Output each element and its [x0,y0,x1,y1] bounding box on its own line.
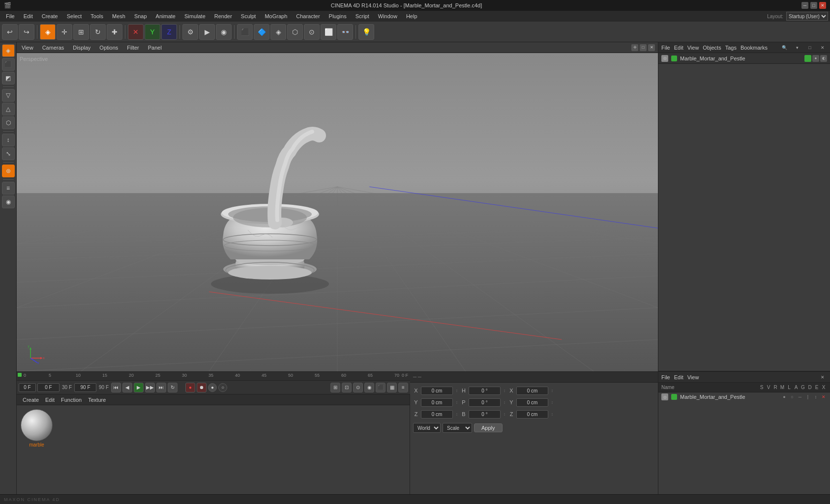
undo-button[interactable]: ↩ [2,24,18,40]
minimize-button[interactable]: ─ [801,2,808,9]
viewport-menu-panel[interactable]: Panel [146,44,164,52]
attr-menu-file[interactable]: File [661,374,670,380]
menu-animate[interactable]: Animate [152,12,179,20]
viewport-menu-view[interactable]: View [20,44,35,52]
viewport-menu-display[interactable]: Display [71,44,92,52]
current-frame-input[interactable] [19,383,36,392]
transport-1[interactable]: ⊞ [330,383,340,392]
loop-button[interactable]: ↻ [168,383,178,392]
transport-3[interactable]: ⊙ [353,383,363,392]
mat-menu-function[interactable]: Function [58,396,85,404]
menu-tools[interactable]: Tools [87,12,107,20]
light-button[interactable]: 💡 [358,24,374,40]
objmgr-menu-edit[interactable]: Edit [674,45,683,51]
mat-menu-edit[interactable]: Edit [42,396,58,404]
redo-button[interactable]: ↪ [19,24,34,40]
move-tool-button[interactable]: ✛ [57,24,72,40]
sculpt-button[interactable]: ⊛ [2,165,15,177]
transport-2[interactable]: ⊡ [342,383,352,392]
key-btn-1[interactable]: ● [208,383,217,392]
b-rotation-input[interactable] [469,410,501,419]
glasses-button[interactable]: 👓 [337,24,353,40]
viewport-menu-filter[interactable]: Filter [125,44,141,52]
key-btn-2[interactable]: ○ [218,383,227,392]
menu-mograph[interactable]: MoGraph [261,12,291,20]
objmgr-search-btn[interactable]: 🔍 [780,43,789,52]
sx-scale-input[interactable] [516,387,548,395]
layers-button[interactable]: ≡ [2,182,15,195]
transport-5[interactable]: ⬛ [376,383,385,392]
sz-scale-input[interactable] [516,410,548,419]
attr-object-row[interactable]: ◎ Marble_Mortar_and_Pestle ● ○ ─ | ↕ ✕ [658,392,830,401]
menu-select[interactable]: Select [63,12,86,20]
texture-mode-button[interactable]: ⬛ [2,58,15,71]
menu-edit[interactable]: Edit [20,12,37,20]
maximize-button[interactable]: □ [810,2,817,9]
record-button[interactable]: ● [185,383,195,392]
spline-button[interactable]: 🔷 [254,24,269,40]
play-button[interactable]: ▶ [134,383,144,392]
transport-7[interactable]: ≡ [398,383,408,392]
objmgr-menu-tags[interactable]: Tags [725,45,737,51]
close-button[interactable]: ✕ [819,2,826,9]
extra-button[interactable]: ◉ [2,196,15,208]
sy-scale-input[interactable] [516,398,548,407]
goto-start-button[interactable]: ⏮ [111,383,121,392]
auto-key-button[interactable]: ⏺ [197,383,207,392]
cube-button[interactable]: ⬛ [237,24,253,40]
scale-tool-button[interactable]: ⊞ [73,24,89,40]
viewport-menu-options[interactable]: Options [97,44,120,52]
render-button[interactable]: ▶ [199,24,215,40]
menu-plugins[interactable]: Plugins [325,12,351,20]
3d-viewport[interactable]: Perspective [17,53,658,371]
nurbs-button[interactable]: ◈ [270,24,286,40]
object-mode-button[interactable]: ▽ [2,89,15,102]
viewport-close-button[interactable]: ✕ [648,44,655,51]
end-frame-input[interactable] [74,383,96,392]
viewport-menu-cameras[interactable]: Cameras [40,44,66,52]
camera-button[interactable]: ⬜ [321,24,336,40]
z-position-input[interactable] [421,410,453,419]
menu-sculpt[interactable]: Sculpt [237,12,260,20]
apply-button[interactable]: Apply [474,423,503,432]
menu-mesh[interactable]: Mesh [108,12,129,20]
menu-help[interactable]: Help [402,12,421,20]
menu-create[interactable]: Create [38,12,62,20]
select-tool-button[interactable]: ◈ [40,24,56,40]
env-button[interactable]: ⊙ [304,24,320,40]
viewport-fullscreen-button[interactable]: □ [640,44,647,51]
objmgr-menu-file[interactable]: File [661,45,670,51]
menu-character[interactable]: Character [292,12,324,20]
render-viewport-button[interactable]: ◉ [216,24,232,40]
edge-mode-button[interactable]: △ [2,103,15,115]
axis-button[interactable]: ⤡ [2,147,15,160]
menu-script[interactable]: Script [352,12,373,20]
prev-frame-button[interactable]: ◀ [122,383,132,392]
menu-window[interactable]: Window [374,12,401,20]
x-position-input[interactable] [421,387,453,395]
objmgr-menu-view[interactable]: View [687,45,699,51]
mat-menu-texture[interactable]: Texture [85,396,109,404]
layout-selector[interactable]: Startup (User) [786,12,828,21]
viewport-lock-button[interactable]: ✛ [631,44,638,51]
transform-mode-select[interactable]: Scale Move Rotate [443,423,472,433]
add-object-button[interactable]: ✚ [107,24,122,40]
menu-simulate[interactable]: Simulate [180,12,209,20]
material-marble[interactable]: marble [21,409,53,448]
attr-close-btn[interactable]: ✕ [818,373,827,382]
objmgr-close-btn[interactable]: ✕ [818,43,827,52]
rotate-tool-button[interactable]: ↻ [90,24,106,40]
x-axis-button[interactable]: ✕ [128,24,144,40]
y-position-input[interactable] [421,398,453,407]
objmgr-menu-bookmarks[interactable]: Bookmarks [741,45,768,51]
objmgr-settings-btn[interactable]: ▾ [793,43,801,52]
mat-menu-create[interactable]: Create [20,396,42,404]
polygon-mode-button[interactable]: ⬡ [2,116,15,129]
start-frame-input[interactable] [37,383,59,392]
y-axis-button[interactable]: Y [145,24,160,40]
menu-render[interactable]: Render [210,12,236,20]
menu-file[interactable]: File [2,12,19,20]
z-axis-button[interactable]: Z [161,24,177,40]
transport-6[interactable]: ▦ [387,383,397,392]
model-mode-button[interactable]: ◈ [2,44,15,57]
